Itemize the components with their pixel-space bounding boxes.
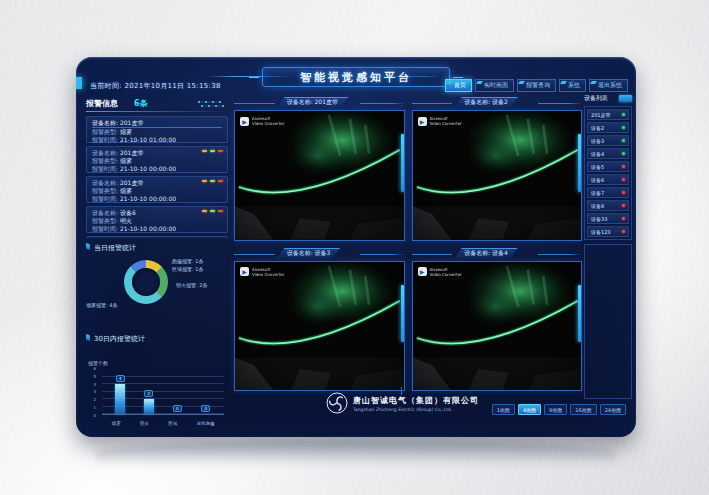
current-time: 当前时间: 2021年10月11日 15:15:38 (90, 81, 221, 91)
status-dot (622, 113, 625, 116)
alarm-card[interactable]: 设备名称: 201皮带报警类型: 烟雾报警时间: 21-10-10 00:00:… (86, 176, 228, 203)
status-dot (622, 139, 625, 142)
device-list-item[interactable]: 设备7 (587, 187, 629, 198)
alarm-field-time: 报警时间: 21-10-10 00:00:00 (92, 225, 222, 233)
alarm-field-time: 报警时间: 21-10-10 01:00:00 (92, 136, 222, 144)
watermark: ▶ AiseesoftVideo Converter (240, 267, 284, 277)
status-dot (622, 217, 625, 220)
device-list-item[interactable]: 设备6 (587, 174, 629, 185)
video-frame[interactable]: ▶ AiseesoftVideo Converter (412, 110, 583, 241)
alarm-field-label: 报警时间: (92, 195, 120, 202)
device-list-item[interactable]: 设备2 (587, 122, 629, 133)
device-list-item[interactable]: 设备5 (587, 161, 629, 172)
alarm-field-label: 报警类型: (92, 187, 120, 194)
device-name: 设备33 (591, 216, 607, 222)
view-layout-buttons: 1画面4画面9画面16画面24画面 (492, 404, 626, 415)
video-frame[interactable]: ▶ AiseesoftVideo Converter (412, 261, 583, 392)
alarm-field-type: 报警类型: 烟雾 (92, 128, 222, 136)
watermark-icon: ▶ (240, 117, 249, 126)
company-names: 唐山智诚电气（集团）有限公司 Tangshan Zhicheng Electri… (353, 395, 479, 412)
alarm-field-type: 报警类型: 烟雾 (92, 187, 222, 195)
indicator-light (210, 150, 215, 152)
device-name: 设备5 (591, 164, 604, 170)
watermark-icon: ▶ (418, 117, 427, 126)
bar-value-label: 4 (116, 375, 125, 382)
circuit-dots-icon (196, 99, 226, 109)
device-list-item[interactable]: 设备3 (587, 135, 629, 146)
view-button-9画面[interactable]: 9画面 (544, 404, 567, 415)
video-device-title: 设备名称: 设备2 (454, 97, 518, 108)
alarm-card[interactable]: 设备名称: 201皮带报警类型: 烟雾报警时间: 21-10-10 01:00:… (86, 116, 228, 143)
donut-legend-label: 区域报警: 1条 (172, 266, 203, 272)
nav-tab-1[interactable]: 实时画面 (475, 79, 514, 92)
video-device-title: 设备名称: 设备4 (454, 248, 518, 259)
indicator-light (218, 210, 223, 212)
device-name: 设备7 (591, 190, 604, 196)
video-frame[interactable]: ▶ AiseesoftVideo Converter (234, 110, 405, 241)
indicator-light (202, 150, 207, 152)
video-panel-header: 设备名称: 设备3 (234, 248, 405, 260)
today-stats-chart: 跑偏报警: 1条明火报警: 2条烟雾报警: 4条区域报警: 1条 (86, 255, 228, 329)
alarm-field-time: 报警时间: 21-10-10 00:00:00 (92, 165, 222, 173)
view-button-16画面[interactable]: 16画面 (570, 404, 596, 415)
ytick-label: 4 (93, 382, 96, 387)
video-frame[interactable]: ▶ AiseesoftVideo Converter (234, 261, 405, 392)
view-button-4画面[interactable]: 4画面 (518, 404, 541, 415)
video-panel-4[interactable]: 设备名称: 设备4 (412, 248, 583, 392)
alarm-field-label: 报警类型: (92, 157, 120, 164)
alarm-list: 设备名称: 201皮带报警类型: 烟雾报警时间: 21-10-10 01:00:… (86, 116, 228, 238)
company-name-en: Tangshan Zhicheng Electric (Group) Co.,L… (353, 407, 479, 412)
alarm-field-value: 21-10-10 01:00:00 (120, 136, 176, 143)
video-frame-image (413, 111, 582, 240)
nav-tabs: 首页实时画面报警查询系统退出系统 (445, 79, 628, 92)
video-panel-2[interactable]: 设备名称: 设备2 (412, 97, 583, 241)
video-panel-3[interactable]: 设备名称: 设备3 (234, 248, 405, 392)
alarm-field-value: 烟雾 (120, 187, 132, 194)
indicator-light (202, 210, 207, 212)
nav-tab-3[interactable]: 系统 (559, 79, 586, 92)
device-list-title: 设备列表 (584, 94, 608, 103)
indicator-light (218, 150, 223, 152)
alarm-field-value: 烟雾 (120, 128, 132, 135)
video-panel-1[interactable]: 设备名称: 201皮带 (234, 97, 405, 241)
nav-tab-4[interactable]: 退出系统 (589, 79, 628, 92)
nav-tab-2[interactable]: 报警查询 (517, 79, 556, 92)
alarm-field-label: 设备名称: (92, 119, 120, 126)
divider (86, 111, 228, 112)
device-name: 设备6 (591, 177, 604, 183)
device-list-tab[interactable] (619, 95, 632, 102)
device-detail-panel (584, 244, 632, 399)
video-panel-header: 设备名称: 设备4 (412, 248, 583, 260)
alarm-card[interactable]: 设备名称: 设备6报警类型: 明火报警时间: 21-10-10 00:00:00 (86, 236, 228, 238)
alarm-card[interactable]: 设备名称: 201皮带报警类型: 烟雾报警时间: 21-10-10 00:00:… (86, 146, 228, 173)
watermark-icon: ▶ (418, 267, 427, 276)
device-list-item[interactable]: 设备4 (587, 148, 629, 159)
indicator-light (202, 180, 207, 182)
indicator-light (210, 210, 215, 212)
alarm-card[interactable]: 设备名称: 设备6报警类型: 明火报警时间: 21-10-10 00:00:00 (86, 206, 228, 233)
status-dot (622, 152, 625, 155)
device-list-item[interactable]: 设备33 (587, 213, 629, 224)
alarm-field-label: 报警时间: (92, 165, 120, 172)
alarm-field-value: 201皮带 (120, 179, 143, 186)
device-sidebar: 设备列表 201皮带设备2设备3设备4设备5设备6设备7设备8设备33设备123 (584, 93, 632, 399)
device-name: 设备123 (591, 229, 611, 235)
alarm-indicator-lights (202, 180, 223, 182)
watermark-text: AiseesoftVideo Converter (252, 116, 284, 126)
monthly-stats-title: 30日内报警统计 (86, 332, 228, 346)
device-list-item[interactable]: 设备123 (587, 226, 629, 237)
device-list-item[interactable]: 201皮带 (587, 109, 629, 120)
indicator-light (210, 180, 215, 182)
device-list-item[interactable]: 设备8 (587, 200, 629, 211)
company-name-cn: 唐山智诚电气（集团）有限公司 (353, 395, 479, 406)
video-device-title: 设备名称: 201皮带 (277, 97, 348, 108)
alarm-indicator-lights (202, 150, 223, 152)
ytick-label: 5 (93, 374, 96, 379)
status-dot (622, 230, 625, 233)
view-button-24画面[interactable]: 24画面 (600, 404, 626, 415)
status-dot (622, 126, 625, 129)
nav-tab-0[interactable]: 首页 (445, 79, 472, 92)
view-button-1画面[interactable]: 1画面 (492, 404, 515, 415)
donut-legend-label: 跑偏报警: 1条 (172, 258, 203, 264)
company-logo (326, 392, 348, 414)
